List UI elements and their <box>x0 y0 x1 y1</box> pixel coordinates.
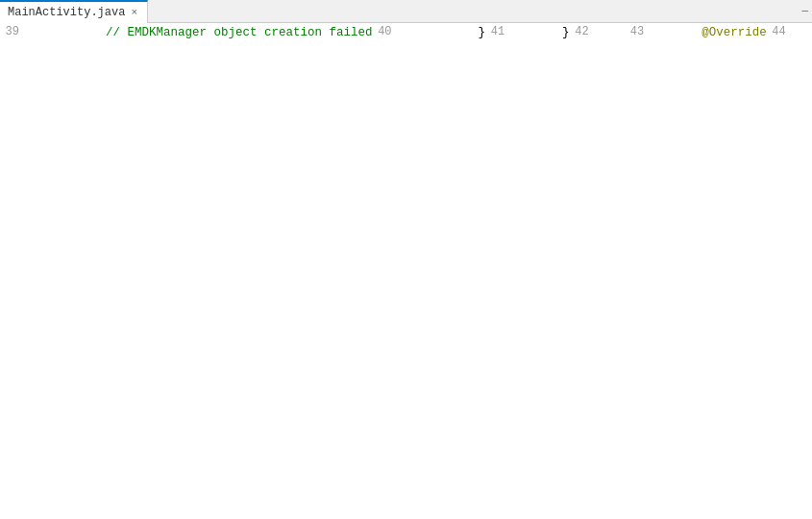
tab-filename: MainActivity.java <box>8 6 125 19</box>
code-line[interactable]: 43 @Override <box>625 23 767 41</box>
code-line[interactable]: 42 <box>570 23 626 41</box>
line-number: 40 <box>373 23 400 41</box>
line-number: 43 <box>625 23 652 41</box>
code-content: @Override <box>669 26 767 39</box>
code-content <box>614 26 626 39</box>
code-line[interactable]: 39 // EMDKManager object creation failed <box>0 23 373 41</box>
line-number: 39 <box>0 23 27 41</box>
code-line[interactable]: 41 } <box>485 23 570 41</box>
minimize-button[interactable]: ─ <box>801 6 808 17</box>
line-number: 41 <box>485 23 512 41</box>
tab-close-button[interactable]: × <box>129 6 139 19</box>
code-content: } <box>529 26 570 39</box>
code-line[interactable]: 44 public void onClosed() { <box>767 23 812 41</box>
tab-bar: MainActivity.java × ─ <box>0 0 812 23</box>
line-number: 44 <box>767 23 794 41</box>
code-content: } <box>417 26 486 39</box>
code-area: 39 // EMDKManager object creation failed… <box>0 23 812 519</box>
editor-window: MainActivity.java × ─ 39 // EMDKManager … <box>0 0 812 519</box>
code-content: // EMDKManager object creation failed <box>44 26 373 39</box>
code-line[interactable]: 40 } <box>373 23 486 41</box>
active-tab[interactable]: MainActivity.java × <box>0 0 148 23</box>
line-number: 42 <box>570 23 597 41</box>
